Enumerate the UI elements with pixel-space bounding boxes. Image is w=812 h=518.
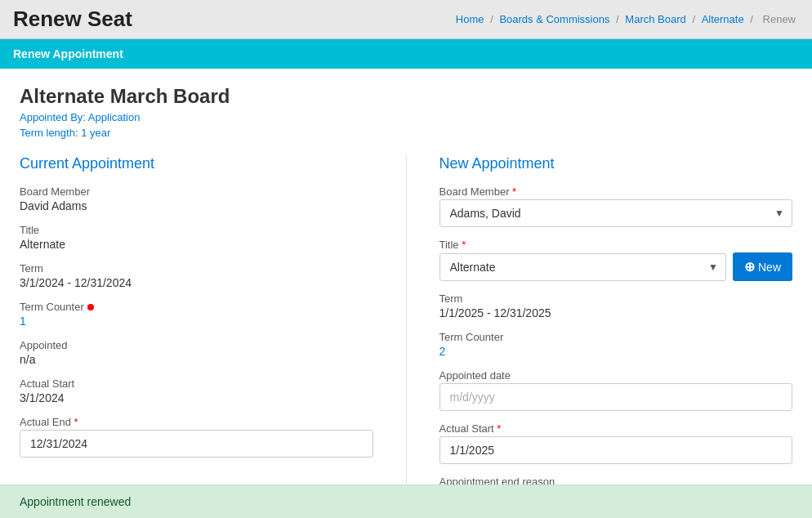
new-term-counter-value: 2 <box>439 345 793 358</box>
breadcrumb-sep2: / <box>616 13 622 25</box>
appointed-date-label: Appointed date <box>439 369 793 382</box>
new-term-label: Term <box>439 292 793 305</box>
current-board-member-group: Board Member David Adams <box>20 185 373 212</box>
title-select-wrapper: Alternate ▼ <box>439 253 726 281</box>
new-board-member-label: Board Member * <box>439 185 793 198</box>
appointed-by-label: Appointed By: <box>20 111 86 123</box>
red-dot-indicator <box>87 304 94 310</box>
new-button-label: New <box>758 261 781 274</box>
current-term-counter-label: Term Counter <box>20 301 373 313</box>
appointed-date-group: Appointed date <box>439 369 793 411</box>
new-term-value: 1/1/2025 - 12/31/2025 <box>439 306 793 319</box>
new-actual-start-label: Actual Start * <box>439 422 793 435</box>
new-actual-start-input[interactable]: 1/1/2025 <box>439 436 793 464</box>
current-appointment-col: Current Appointment Board Member David A… <box>20 155 407 518</box>
actual-start-required-star: * <box>497 422 501 435</box>
success-bar: Appointment renewed <box>0 485 812 518</box>
page-title: Renew Seat <box>13 7 132 32</box>
current-term-label: Term <box>20 262 373 275</box>
breadcrumb-type[interactable]: Alternate <box>702 13 744 25</box>
current-term-counter-value: 1 <box>20 315 373 328</box>
new-term-counter-label: Term Counter <box>439 331 793 343</box>
title-required-star: * <box>462 239 466 251</box>
term-length: Term length: 1 year <box>20 127 792 139</box>
appointed-by-value: Application <box>88 111 141 123</box>
breadcrumb-sep4: / <box>750 13 756 25</box>
sub-header: Renew Appointment <box>0 39 812 69</box>
current-appointment-title: Current Appointment <box>20 155 373 172</box>
new-board-member-group: Board Member * Adams, David ▼ <box>439 185 793 227</box>
current-term-value: 3/1/2024 - 12/31/2024 <box>20 276 373 289</box>
current-actual-end-input[interactable]: 12/31/2024 <box>20 430 373 458</box>
current-actual-start-label: Actual Start <box>20 377 373 390</box>
breadcrumb-current: Renew <box>763 13 796 25</box>
breadcrumb-boards[interactable]: Boards & Commissions <box>499 13 609 25</box>
columns-container: Current Appointment Board Member David A… <box>20 155 792 518</box>
current-appointed-group: Appointed n/a <box>20 339 373 366</box>
new-appointment-title: New Appointment <box>439 155 793 172</box>
board-member-select-wrapper: Adams, David ▼ <box>439 199 793 227</box>
appointed-date-input[interactable] <box>439 383 793 411</box>
success-message: Appointment renewed <box>20 495 131 508</box>
new-title-group: Title * Alternate ▼ ⊕ New <box>439 239 793 281</box>
current-board-member-value: David Adams <box>20 199 373 212</box>
sub-header-label: Renew Appointment <box>13 47 123 60</box>
current-appointed-value: n/a <box>20 353 373 366</box>
current-actual-start-group: Actual Start 3/1/2024 <box>20 377 373 404</box>
breadcrumb-sep3: / <box>692 13 698 25</box>
top-bar: Renew Seat Home / Boards & Commissions /… <box>0 0 812 39</box>
breadcrumb-home[interactable]: Home <box>456 13 484 25</box>
current-title-label: Title <box>20 224 373 236</box>
title-row: Alternate ▼ ⊕ New <box>439 252 793 281</box>
term-length-value: 1 year <box>81 127 110 139</box>
current-actual-start-value: 3/1/2024 <box>20 391 373 404</box>
new-button[interactable]: ⊕ New <box>733 252 792 281</box>
appointed-by: Appointed By: Application <box>20 111 792 123</box>
main-content: Alternate March Board Appointed By: Appl… <box>0 69 812 518</box>
required-star: * <box>74 416 78 428</box>
board-title-bold: Alternate <box>20 85 105 107</box>
term-length-label: Term length: <box>20 127 78 139</box>
current-actual-end-group: Actual End * 12/31/2024 <box>20 416 373 458</box>
current-appointed-label: Appointed <box>20 339 373 351</box>
current-term-counter-group: Term Counter 1 <box>20 301 373 328</box>
breadcrumb-sep1: / <box>490 13 496 25</box>
current-board-member-label: Board Member <box>20 185 373 198</box>
board-member-select[interactable]: Adams, David <box>439 199 793 227</box>
title-select[interactable]: Alternate <box>439 253 726 281</box>
breadcrumb-board[interactable]: March Board <box>625 13 685 25</box>
new-appointment-col: New Appointment Board Member * Adams, Da… <box>407 155 793 518</box>
board-member-required-star: * <box>512 185 516 198</box>
board-title-normal: March Board <box>105 85 230 107</box>
current-term-group: Term 3/1/2024 - 12/31/2024 <box>20 262 373 289</box>
plus-icon: ⊕ <box>744 259 755 275</box>
current-actual-end-label: Actual End * <box>20 416 373 428</box>
new-title-label: Title * <box>439 239 793 251</box>
new-actual-start-group: Actual Start * 1/1/2025 <box>439 422 793 464</box>
current-title-group: Title Alternate <box>20 224 373 251</box>
breadcrumb: Home / Boards & Commissions / March Boar… <box>456 13 799 25</box>
board-heading: Alternate March Board <box>20 85 792 108</box>
current-title-value: Alternate <box>20 238 373 251</box>
new-term-counter-group: Term Counter 2 <box>439 331 793 358</box>
new-term-group: Term 1/1/2025 - 12/31/2025 <box>439 292 793 319</box>
